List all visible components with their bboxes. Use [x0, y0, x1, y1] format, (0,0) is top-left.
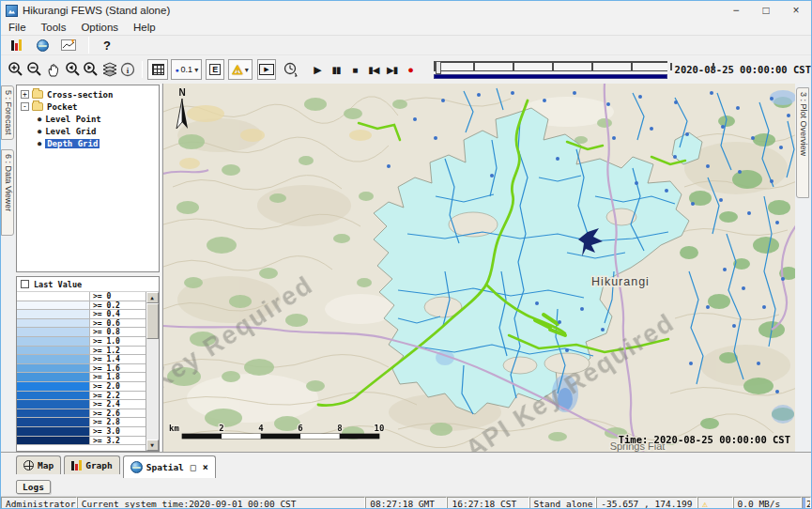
- profile-chart-icon: [61, 39, 76, 52]
- tree-item-pocket[interactable]: - Pocket: [17, 100, 159, 113]
- time-settings-button[interactable]: [282, 59, 300, 80]
- menu-options[interactable]: Options: [73, 22, 126, 33]
- tab-map[interactable]: Map: [16, 455, 61, 474]
- legend-row[interactable]: >= 0.6: [17, 319, 146, 329]
- menu-file[interactable]: File: [1, 22, 34, 33]
- folder-icon: [32, 102, 43, 111]
- current-time-label: 2020-08-25 00:00:00 CST: [675, 64, 811, 75]
- legend-scrollbar[interactable]: ▲ ▼: [146, 292, 159, 451]
- legend-panel: Last Value >= 0 >= 0.2 >= 0.4 >= 0.6 >= …: [16, 276, 160, 452]
- maximize-button[interactable]: □: [751, 1, 781, 20]
- legend-row[interactable]: >= 1.4: [17, 355, 146, 364]
- tree-label-selected: Depth Grid: [45, 139, 100, 148]
- database-viewer-icon[interactable]: [5, 35, 27, 55]
- labels-toggle[interactable]: E: [206, 59, 224, 80]
- legend-row[interactable]: >= 3.0: [17, 427, 146, 437]
- legend-row[interactable]: >= 2.4: [17, 400, 146, 409]
- legend-row[interactable]: >= 1.8: [17, 373, 146, 382]
- scroll-down-icon[interactable]: ▼: [146, 440, 159, 451]
- legend-row[interactable]: >= 2.8: [17, 418, 146, 427]
- legend-row[interactable]: >= 0.4: [17, 310, 146, 319]
- close-button[interactable]: ×: [781, 1, 811, 20]
- dot-icon: ●: [175, 67, 178, 73]
- legend-label: >= 2.4: [90, 400, 146, 409]
- close-pane-icon[interactable]: ×: [203, 462, 208, 472]
- globe-icon: [130, 461, 143, 473]
- tree-item-cross-section[interactable]: + Cross-section: [17, 88, 159, 100]
- legend-row[interactable]: >= 0.8: [17, 328, 146, 337]
- map-canvas[interactable]: Hikurangi Springs Flat API Key Required …: [163, 84, 795, 452]
- tab-spatial[interactable]: Spatial □ ×: [123, 455, 216, 478]
- legend-row[interactable]: >= 1.0: [17, 337, 146, 347]
- pause-button[interactable]: ▮▮: [327, 59, 345, 80]
- logs-button[interactable]: Logs: [16, 480, 51, 494]
- scrollbar-track[interactable]: [146, 303, 159, 440]
- legend-row[interactable]: >= 1.6: [17, 364, 146, 374]
- help-button[interactable]: ?: [98, 39, 116, 53]
- tab-plot-overview[interactable]: 3 : Plot Overview: [796, 87, 809, 198]
- play-button[interactable]: ▶: [308, 59, 327, 80]
- step-back-button[interactable]: ▮◀: [364, 59, 383, 80]
- map-view[interactable]: Hikurangi Springs Flat API Key Required …: [163, 84, 795, 452]
- minimize-button[interactable]: −: [721, 1, 751, 20]
- tab-forecast[interactable]: 5 : Forecast: [1, 85, 14, 140]
- grid-display-toggle[interactable]: [147, 59, 168, 80]
- legend-row[interactable]: >= 0.2: [17, 301, 146, 311]
- tree-item-level-grid[interactable]: ● Level Grid: [17, 125, 159, 137]
- last-value-checkbox[interactable]: [21, 280, 29, 288]
- hand-icon: [46, 62, 61, 78]
- spatial-display-icon[interactable]: [31, 35, 54, 55]
- pan-button[interactable]: [44, 59, 63, 80]
- time-ruler[interactable]: [434, 61, 667, 71]
- layers-icon: [101, 62, 118, 77]
- zoom-previous-button[interactable]: [63, 59, 82, 80]
- scrollbar-thumb[interactable]: [146, 303, 159, 339]
- legend-row[interactable]: >= 2.0: [17, 382, 146, 392]
- time-slider[interactable]: [434, 61, 667, 79]
- tab-graph[interactable]: Graph: [64, 455, 120, 474]
- status-mode: Stand alone: [529, 497, 597, 509]
- legend-row[interactable]: >= 1.2: [17, 347, 146, 356]
- toolbar-separator: [142, 61, 143, 78]
- expand-icon[interactable]: +: [21, 90, 29, 99]
- tree-item-depth-grid[interactable]: ● Depth Grid: [17, 137, 159, 149]
- zoom-previous-icon: [64, 61, 81, 78]
- status-coordinates: -35.657 , 174.199: [596, 497, 697, 509]
- legend-swatch: [17, 382, 90, 391]
- animation-button[interactable]: ▶: [257, 59, 276, 80]
- grid-icon: [152, 64, 164, 75]
- town-label: Hikurangi: [591, 275, 650, 288]
- layers-button[interactable]: [100, 59, 119, 80]
- stop-button[interactable]: ■: [345, 59, 364, 80]
- time-slider-thumb[interactable]: [436, 61, 441, 74]
- classbreaks-dropdown[interactable]: ● 0.1 ▾: [171, 59, 202, 80]
- zoom-out-button[interactable]: [25, 59, 44, 80]
- info-button[interactable]: i: [119, 59, 138, 80]
- legend-row[interactable]: >= 0: [17, 292, 146, 301]
- legend-row[interactable]: >= 2.2: [17, 392, 146, 401]
- restore-pane-icon[interactable]: □: [191, 462, 196, 472]
- menu-help[interactable]: Help: [126, 22, 163, 33]
- main-toolbar: ?: [1, 36, 811, 54]
- tab-data-viewer[interactable]: 6 : Data Viewer: [1, 149, 14, 236]
- zoom-next-button[interactable]: [82, 59, 100, 80]
- scroll-up-icon[interactable]: ▲: [146, 292, 159, 303]
- tab-spatial-label: Spatial: [146, 462, 184, 472]
- record-button[interactable]: ●: [402, 59, 421, 80]
- chevron-down-icon: ▾: [245, 66, 249, 74]
- menu-tools[interactable]: Tools: [34, 22, 74, 33]
- tree-item-level-point[interactable]: ● Level Point: [17, 113, 159, 125]
- profile-display-icon[interactable]: [57, 35, 80, 55]
- status-warning-icon[interactable]: ⚠: [697, 497, 732, 509]
- warning-icon: ⚠: [232, 63, 243, 77]
- thresholds-dropdown[interactable]: ⚠ ▾: [228, 59, 253, 80]
- status-gmt-time: 08:27:18 GMT: [365, 497, 447, 509]
- step-forward-button[interactable]: ▶▮: [383, 59, 402, 80]
- collapse-icon[interactable]: -: [21, 102, 29, 111]
- status-user: Administrator: [1, 497, 77, 509]
- bullet-icon: ●: [38, 128, 41, 135]
- legend-row[interactable]: >= 3.2: [17, 437, 146, 446]
- info-icon: i: [120, 62, 135, 77]
- zoom-in-button[interactable]: [7, 59, 25, 80]
- legend-row[interactable]: >= 2.6: [17, 409, 146, 419]
